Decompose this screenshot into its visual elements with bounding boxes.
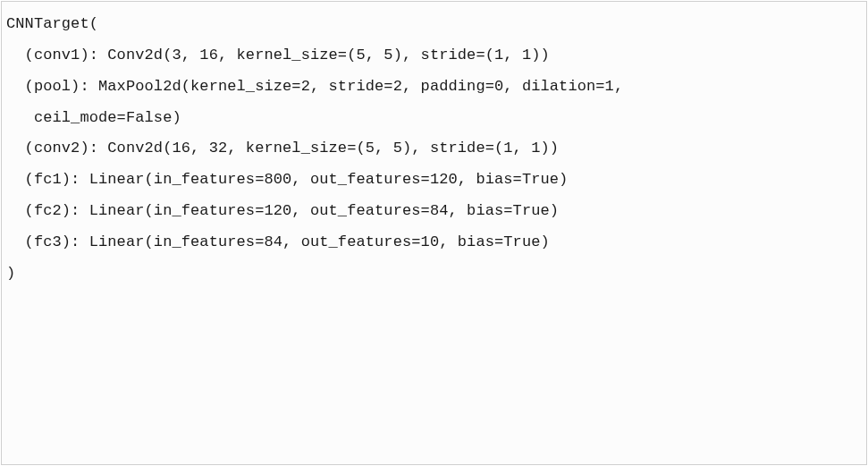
code-line: (conv2): Conv2d(16, 32, kernel_size=(5, … bbox=[6, 133, 866, 165]
code-output-block: CNNTarget( (conv1): Conv2d(3, 16, kernel… bbox=[1, 1, 867, 465]
code-line: (fc1): Linear(in_features=800, out_featu… bbox=[6, 165, 866, 196]
code-line: ceil_mode=False) bbox=[6, 103, 866, 134]
code-line: CNNTarget( bbox=[6, 9, 866, 40]
code-line: (pool): MaxPool2d(kernel_size=2, stride=… bbox=[6, 72, 866, 103]
code-line: ) bbox=[6, 258, 866, 290]
code-line: (fc3): Linear(in_features=84, out_featur… bbox=[6, 227, 866, 258]
code-line: (conv1): Conv2d(3, 16, kernel_size=(5, 5… bbox=[6, 40, 866, 72]
code-line: (fc2): Linear(in_features=120, out_featu… bbox=[6, 196, 866, 227]
